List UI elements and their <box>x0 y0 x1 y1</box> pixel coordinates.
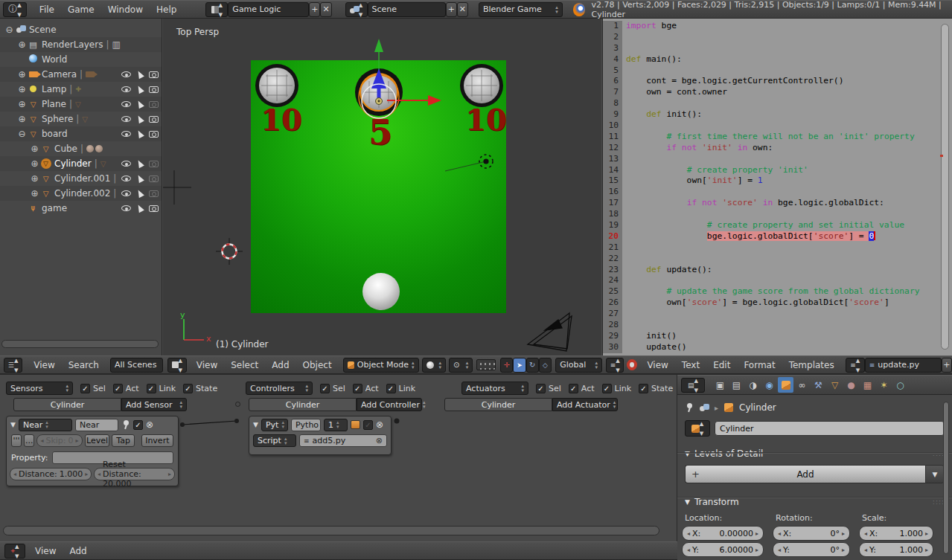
filter-act-checkbox[interactable]: ✓Act <box>569 384 595 393</box>
pin-icon[interactable] <box>121 419 130 430</box>
eye-icon[interactable] <box>121 116 131 122</box>
delete-sensor-button[interactable]: ⊗ <box>146 419 153 430</box>
code-line[interactable]: 2 <box>603 32 941 43</box>
cursor-select-icon[interactable] <box>135 85 144 94</box>
score-text-right[interactable]: 10 <box>465 102 507 137</box>
render-restrict-icon[interactable] <box>149 131 159 138</box>
code-line[interactable]: 16 <box>603 187 941 198</box>
render-restrict-icon[interactable] <box>149 86 159 93</box>
logic-controllers-dropdown[interactable]: Controllers▴▾ <box>246 382 313 395</box>
tap-button[interactable]: Tap <box>112 434 134 447</box>
code-line[interactable]: 4def main(): <box>603 54 941 65</box>
filter-state-checkbox[interactable]: ✓State <box>183 384 217 393</box>
decrement-arrow-icon[interactable]: ◂ <box>687 547 690 553</box>
cursor-select-icon[interactable] <box>135 129 144 139</box>
filter-act-checkbox[interactable]: ✓Act <box>353 384 379 393</box>
add-scene-button[interactable]: + <box>446 2 457 17</box>
outliner-item-renderlayers[interactable]: ⊕▤RenderLayers|▥ <box>0 37 162 52</box>
expand-icon[interactable]: ⊕ <box>17 85 27 94</box>
scene-name[interactable]: Scene <box>368 2 446 17</box>
hole-center[interactable] <box>355 68 403 116</box>
collapse-icon[interactable]: ⊖ <box>4 25 14 35</box>
eye-icon[interactable] <box>121 131 131 137</box>
transform-field-scale-y[interactable]: ◂Y:1.000▸ <box>859 542 933 557</box>
sensor-name-field[interactable]: Near <box>75 419 118 431</box>
decrement-arrow-icon[interactable]: ◂ <box>778 530 781 537</box>
expand-icon[interactable]: ⊕ <box>30 159 39 169</box>
unlink-datablock-icon[interactable] <box>627 359 637 370</box>
menu-select[interactable]: Select <box>224 360 265 370</box>
screen-layout-name[interactable]: Game Logic <box>228 2 309 17</box>
menu-help[interactable]: Help <box>150 4 183 15</box>
pivot-dropdown[interactable]: ⊙ ▴▾ <box>449 358 473 373</box>
menu-search[interactable]: Search <box>62 360 106 370</box>
new-text-button[interactable]: + <box>942 358 952 373</box>
menu-view[interactable]: View <box>27 360 61 370</box>
menu-edit[interactable]: Edit <box>706 360 737 370</box>
transform-field-location-y[interactable]: ◂Y:6.00000▸ <box>682 542 764 557</box>
3d-viewport[interactable]: Top Persp <box>163 19 601 355</box>
code-line[interactable]: 27 <box>603 309 941 320</box>
filter-state-checkbox[interactable]: ✓State <box>639 384 673 393</box>
cursor-select-icon[interactable] <box>135 70 144 80</box>
eye-icon[interactable] <box>121 190 131 196</box>
invert-button[interactable]: Invert <box>141 434 173 447</box>
tab-constraints[interactable]: ∞ <box>794 377 810 393</box>
transform-field-rotation-x[interactable]: ◂X:0°▸ <box>773 526 850 541</box>
add-screen-button[interactable]: + <box>309 2 320 17</box>
text-filename-field[interactable]: ≡ update.py <box>865 358 942 373</box>
text-editor[interactable]: 1import bge234def main():56 cont = bge.l… <box>602 19 952 355</box>
outliner-item-cylinder.002[interactable]: ⊕▽Cylinder.002| <box>0 186 162 201</box>
code-line[interactable]: 12 if not 'init' in own: <box>603 143 941 154</box>
expand-icon[interactable]: ⊕ <box>17 70 27 80</box>
collapse-icon[interactable]: ⊖ <box>17 129 27 139</box>
camera-object[interactable] <box>528 313 572 351</box>
viewport-editor-selector[interactable]: ▴▾ <box>167 358 187 373</box>
delete-controller-button[interactable]: ⊗ <box>376 419 383 430</box>
score-text-center[interactable]: 5 <box>368 112 392 152</box>
cursor-select-icon[interactable] <box>135 189 144 199</box>
cylinder-001-object[interactable] <box>259 68 295 103</box>
code-line[interactable]: 13 <box>603 154 941 165</box>
menu-window[interactable]: Window <box>101 4 150 15</box>
info-editor-selector[interactable]: ⓘ ▴▾ <box>3 2 27 17</box>
code-line[interactable]: 5 <box>603 65 941 77</box>
outliner-item-scene[interactable]: ⊖Scene <box>0 22 162 37</box>
script-name-field[interactable]: ≡ add5.py ⊗ <box>299 434 387 447</box>
text-editor-selector[interactable]: ≡ ▴▾ <box>606 358 624 373</box>
outliner-item-cylinder.001[interactable]: ⊕▽Cylinder.001| <box>0 171 162 186</box>
code-line[interactable]: 15 own['init'] = 1 <box>603 176 941 187</box>
menu-file[interactable]: File <box>33 4 61 15</box>
outliner-item-game[interactable]: ⋔game <box>0 201 162 216</box>
render-restrict-icon[interactable] <box>149 101 159 108</box>
reset-distance-field[interactable]: ◂Reset Distance: 20.000▸ <box>94 468 175 480</box>
distance-field[interactable]: ◂Distance: 1.000▸ <box>10 468 92 480</box>
cylinder-002-object[interactable] <box>464 68 499 103</box>
pin-icon[interactable] <box>685 402 694 413</box>
skip-frames-field[interactable]: ◂Skip: 0▸ <box>36 434 82 447</box>
code-line[interactable]: 20 bge.logic.globalDict['score'] = 0 <box>603 231 941 242</box>
menu-game[interactable]: Game <box>61 4 101 15</box>
script-mode-dropdown[interactable]: Script▴▾ <box>253 434 296 447</box>
code-line[interactable]: 25 # update the game score from the glob… <box>603 286 941 297</box>
tab-modifiers[interactable]: ⚒ <box>811 377 826 393</box>
outliner-item-cylinder[interactable]: ⊕▽Cylinder|▽ <box>0 156 162 171</box>
transform-field-location-x[interactable]: ◂X:0.00000▸ <box>682 526 764 541</box>
lod-add-dropdown[interactable]: ▼ <box>925 465 945 483</box>
controller-active-checkbox[interactable]: ✓ <box>363 420 373 430</box>
tab-object[interactable] <box>778 377 793 393</box>
object-id-icon-dropdown[interactable]: ▴▾ <box>685 420 710 437</box>
decrement-arrow-icon[interactable]: ◂ <box>778 547 781 553</box>
filter-link-checkbox[interactable]: ✓Link <box>602 384 632 393</box>
code-line[interactable]: 9 def init(): <box>603 109 941 120</box>
tab-render-layers[interactable]: ▤ <box>729 377 744 393</box>
render-restrict-icon[interactable] <box>149 190 159 197</box>
code-line[interactable]: 26 own['score'] = bge.logic.globalDict['… <box>603 297 941 309</box>
code-line[interactable]: 21 <box>603 242 941 254</box>
expand-icon[interactable]: ⊕ <box>30 189 39 199</box>
tab-particles[interactable]: ✶ <box>876 377 892 393</box>
mode-dropdown[interactable]: Object Mode ▴▾ <box>343 358 419 373</box>
code-line[interactable]: 24 <box>603 275 941 286</box>
sensor-active-checkbox[interactable]: ✓ <box>133 420 143 430</box>
filter-link-checkbox[interactable]: ✓Link <box>147 384 176 393</box>
